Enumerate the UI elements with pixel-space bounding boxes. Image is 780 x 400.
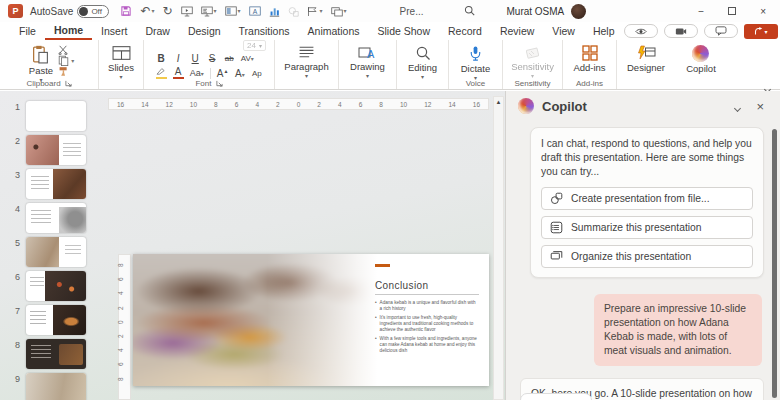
slide-6-thumbnail[interactable] bbox=[26, 271, 86, 301]
collapse-ribbon-button[interactable] bbox=[765, 78, 772, 85]
thumbnail-row-2[interactable]: 2 bbox=[6, 135, 100, 165]
slide-1-thumbnail[interactable] bbox=[26, 101, 86, 131]
font-dialog-launcher[interactable] bbox=[216, 80, 223, 87]
tab-view[interactable]: View bbox=[543, 23, 584, 39]
shrink-font-button[interactable]: A▾ bbox=[234, 68, 245, 79]
presenter-view-button[interactable] bbox=[624, 24, 658, 38]
slide-text-area[interactable]: Conclusion • Adana kebab is a unique and… bbox=[375, 264, 479, 380]
format-object-button[interactable]: ▾ bbox=[331, 6, 347, 17]
current-slide[interactable]: Conclusion • Adana kebab is a unique and… bbox=[133, 254, 489, 386]
paragraph-button[interactable]: Paragraph▾ bbox=[279, 43, 333, 82]
change-case-button[interactable]: Aa▾ bbox=[190, 68, 204, 78]
slide-9-thumbnail[interactable] bbox=[26, 373, 86, 400]
comments-button[interactable] bbox=[704, 24, 738, 38]
highlight-pen-button[interactable] bbox=[156, 67, 167, 79]
font-color-button[interactable]: A bbox=[173, 67, 184, 79]
sensitivity-button[interactable]: Sensitivity▾ bbox=[506, 43, 559, 82]
editing-button[interactable]: Editing▾ bbox=[403, 43, 442, 83]
slide-thumbnail-panel[interactable]: 1 2 3 4 5 6 7 bbox=[0, 91, 100, 400]
tab-transitions[interactable]: Transitions bbox=[230, 23, 299, 39]
slide-3-thumbnail[interactable] bbox=[26, 169, 86, 199]
search-button[interactable] bbox=[464, 5, 475, 18]
tab-file[interactable]: File bbox=[10, 23, 45, 39]
undo-button[interactable]: ↶▾ bbox=[140, 5, 154, 17]
insert-chart-button[interactable] bbox=[269, 6, 280, 17]
strikethrough-button[interactable]: S bbox=[207, 53, 218, 64]
summarize-presentation-button[interactable]: Summarize this presentation bbox=[541, 216, 753, 239]
close-button[interactable]: × bbox=[760, 6, 766, 17]
italic-button[interactable]: I bbox=[173, 53, 184, 64]
scroll-up-icon[interactable]: ▲ bbox=[494, 97, 503, 105]
tab-home[interactable]: Home bbox=[45, 22, 92, 40]
thumbnail-row-1[interactable]: 1 bbox=[6, 101, 100, 131]
underline-button[interactable]: U bbox=[190, 53, 201, 64]
autosave-toggle[interactable]: Off bbox=[77, 5, 109, 18]
textbox-button[interactable]: A bbox=[249, 6, 261, 16]
slide-8-thumbnail[interactable] bbox=[26, 339, 86, 369]
slides-button[interactable]: Slides▾ bbox=[103, 43, 139, 83]
save-button[interactable] bbox=[120, 5, 132, 17]
tab-animations[interactable]: Animations bbox=[299, 23, 369, 39]
designer-button[interactable]: Designer bbox=[622, 43, 670, 76]
copilot-ribbon-button[interactable]: Copilot bbox=[681, 43, 721, 77]
thumbnail-row-9[interactable]: 9 bbox=[6, 373, 100, 400]
tab-insert[interactable]: Insert bbox=[92, 23, 136, 39]
minimize-button[interactable]: − bbox=[698, 6, 704, 17]
summarize-list-icon bbox=[550, 221, 563, 234]
drawing-button[interactable]: A Drawing▾ bbox=[345, 43, 390, 82]
slide-5-thumbnail[interactable] bbox=[26, 237, 86, 267]
text-shadow-button[interactable]: ab bbox=[224, 54, 235, 63]
partial-suggestion-chip[interactable] bbox=[520, 393, 592, 400]
voice-group-label: Voice bbox=[466, 79, 486, 88]
start-slideshow-button[interactable] bbox=[181, 6, 193, 17]
thumbnail-row-6[interactable]: 6 bbox=[6, 271, 100, 301]
tab-review[interactable]: Review bbox=[491, 23, 543, 39]
tab-record[interactable]: Record bbox=[439, 23, 491, 39]
clipboard-dialog-launcher[interactable] bbox=[65, 80, 72, 87]
copy-button[interactable]: ▾ bbox=[58, 55, 74, 66]
addins-button[interactable]: Add-ins bbox=[568, 43, 610, 76]
bullet-text: With a few simple tools and ingredients,… bbox=[380, 336, 479, 354]
redo-button[interactable]: ↻ bbox=[162, 5, 172, 17]
thumbnail-row-5[interactable]: 5 bbox=[6, 237, 100, 267]
slideshow-options-button[interactable]: ▾ bbox=[201, 6, 217, 17]
thumbnail-row-8[interactable]: 8 bbox=[6, 339, 100, 369]
callout-button[interactable]: ▾ bbox=[307, 6, 323, 17]
autosave-control[interactable]: AutoSave Off bbox=[30, 5, 109, 18]
tab-draw[interactable]: Draw bbox=[136, 23, 179, 39]
bold-button[interactable]: B bbox=[156, 53, 167, 64]
maximize-button[interactable] bbox=[728, 7, 736, 15]
shapes-button[interactable] bbox=[288, 6, 299, 17]
thumbnail-row-7[interactable]: 7 bbox=[6, 305, 100, 335]
slide-title[interactable]: Conclusion bbox=[375, 280, 479, 291]
thumbnail-row-4[interactable]: 4 bbox=[6, 203, 100, 233]
grow-font-button[interactable]: A▲ bbox=[217, 68, 229, 79]
tab-help[interactable]: Help bbox=[584, 23, 624, 39]
addins-group: Add-ins Add-ins bbox=[563, 40, 617, 89]
close-panel-button[interactable]: × bbox=[756, 99, 764, 114]
thumbnail-row-3[interactable]: 3 bbox=[6, 169, 100, 199]
cut-button[interactable] bbox=[58, 45, 74, 55]
slide-4-thumbnail[interactable] bbox=[26, 203, 86, 233]
format-painter-button[interactable] bbox=[58, 66, 74, 77]
canvas-scrollbar[interactable]: ▲ bbox=[493, 96, 504, 400]
slide-2-thumbnail[interactable] bbox=[26, 135, 86, 165]
slide-7-thumbnail[interactable] bbox=[26, 305, 86, 335]
copilot-scrollbar[interactable] bbox=[772, 129, 777, 398]
tab-design[interactable]: Design bbox=[179, 23, 230, 39]
font-size-combo[interactable]: 24▾ bbox=[243, 40, 266, 51]
create-presentation-button[interactable]: Create presentation from file... bbox=[541, 187, 753, 210]
share-button[interactable]: ▾ bbox=[744, 24, 778, 39]
cameo-button[interactable] bbox=[664, 24, 698, 38]
dictate-button[interactable]: Dictate▾ bbox=[456, 43, 496, 84]
user-name[interactable]: Murat OSMA bbox=[506, 6, 564, 17]
tab-slideshow[interactable]: Slide Show bbox=[369, 23, 440, 39]
organize-presentation-button[interactable]: Organize this presentation bbox=[541, 245, 753, 268]
layout-button[interactable]: ▾ bbox=[225, 6, 241, 16]
character-spacing-button[interactable]: AV▾ bbox=[241, 54, 254, 63]
copilot-conversation[interactable]: I can chat, respond to questions, and he… bbox=[506, 123, 770, 400]
clear-formatting-button[interactable]: Ap bbox=[251, 69, 262, 78]
user-avatar[interactable] bbox=[571, 4, 586, 19]
ruler-tick: 10 bbox=[190, 101, 197, 108]
collapse-panel-button[interactable] bbox=[735, 97, 740, 115]
